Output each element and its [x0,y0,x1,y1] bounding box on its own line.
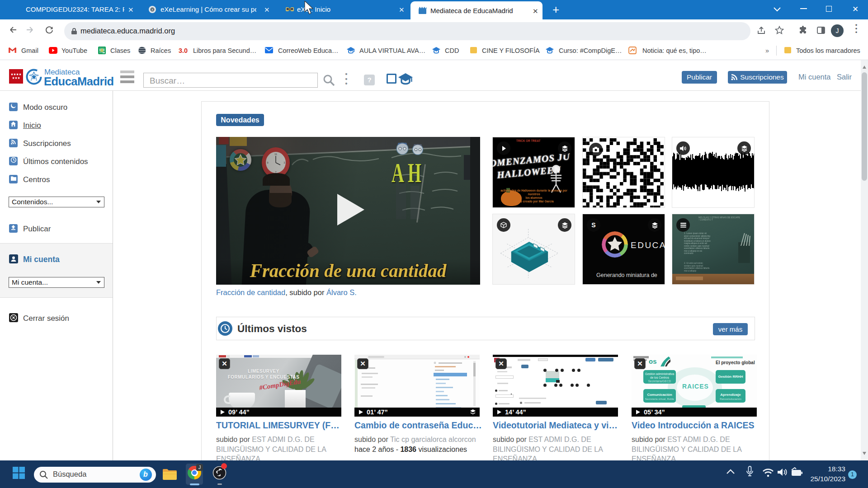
svg-text:X: X [151,8,154,11]
